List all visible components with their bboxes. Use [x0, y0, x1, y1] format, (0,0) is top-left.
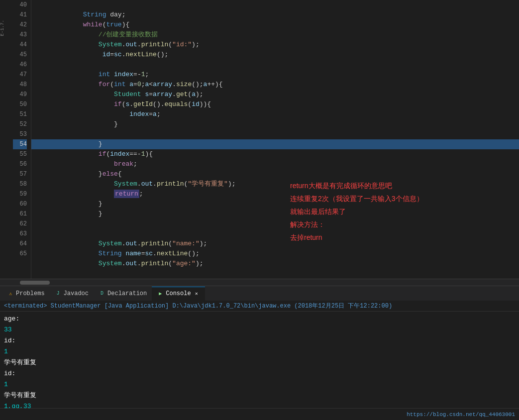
- line-num-59: 59: [13, 189, 27, 199]
- tab-problems[interactable]: ⚠ Problems: [2, 287, 50, 301]
- javadoc-icon: J: [55, 290, 62, 297]
- line-num-42: 42: [13, 20, 27, 30]
- line-num-41: 41: [13, 10, 27, 20]
- bottom-status-bar: https://blog.csdn.net/qq_44063001: [0, 408, 519, 420]
- annotation-line-1: return大概是有完成循环的意思吧: [290, 179, 423, 192]
- bottom-tab-bar: ⚠ Problems J Javadoc D Declaration ▶ Con…: [0, 286, 519, 301]
- code-line-62: [31, 219, 519, 229]
- line-numbers-panel: 40 41 42 43 44 45 46 47 48 49 50 51 52 5…: [9, 0, 31, 279]
- tab-problems-label: Problems: [16, 290, 45, 297]
- tab-javadoc[interactable]: J Javadoc: [50, 287, 94, 301]
- line-num-49: 49: [13, 90, 27, 100]
- console-line-age-label: age:: [4, 314, 515, 324]
- console-line-1: 1: [4, 346, 515, 357]
- problems-icon: ⚠: [7, 290, 14, 297]
- line-num-47: 47: [13, 70, 27, 80]
- line-num-50: 50: [13, 100, 27, 109]
- console-close-icon[interactable]: ✕: [193, 290, 200, 297]
- console-line-result: 1,qq,33: [4, 401, 515, 408]
- annotation-line-4: 解决方法：: [290, 218, 423, 231]
- tab-console-label: Console: [166, 290, 191, 297]
- line-num-55: 55: [13, 149, 27, 159]
- tab-javadoc-label: Javadoc: [64, 290, 89, 297]
- line-num-58: 58: [13, 179, 27, 189]
- line-num-54: 54: [13, 139, 27, 149]
- console-body: age: 33 id: 1 学号有重复 id: 1 学号有重复 1,qq,33: [0, 312, 519, 408]
- version-label: E-1.7.: [0, 20, 9, 36]
- line-num-44: 44: [13, 40, 27, 50]
- console-line-1-2: 1: [4, 379, 515, 390]
- line-num-45: 45: [13, 50, 27, 60]
- code-panel[interactable]: String day; while(true){ //创建变量接收数据 Syst…: [31, 0, 519, 279]
- line-num-61: 61: [13, 209, 27, 219]
- tab-declaration-label: Declaration: [107, 290, 147, 297]
- annotation-overlay: return大概是有完成循环的意思吧 连续重复2次（我设置了一共输入3个信息） …: [290, 179, 423, 244]
- line-num-48: 48: [13, 80, 27, 90]
- tab-declaration[interactable]: D Declaration: [94, 287, 152, 301]
- line-num-43: 43: [13, 30, 27, 40]
- version-gutter: E-1.7.: [0, 0, 9, 279]
- annotation-line-2: 连续重复2次（我设置了一共输入3个信息）: [290, 192, 423, 205]
- code-line-54: if(index==-1){: [31, 139, 519, 149]
- annotation-line-3: 就输出最后结果了: [290, 205, 423, 218]
- line-num-46: 46: [13, 60, 27, 70]
- line-num-60: 60: [13, 199, 27, 209]
- h-scrollbar-thumb[interactable]: [20, 281, 50, 285]
- code-line-46: int index=-1;: [31, 60, 519, 70]
- console-line-33: 33: [4, 324, 515, 335]
- line-num-52: 52: [13, 119, 27, 129]
- line-num-64: 64: [13, 239, 27, 249]
- line-num-51: 51: [13, 109, 27, 119]
- line-num-53: 53: [13, 129, 27, 139]
- code-line-63: System.out.println("name:");: [31, 229, 519, 239]
- line-num-62: 62: [13, 219, 27, 229]
- console-line-id-label-2: id:: [4, 368, 515, 379]
- tab-console[interactable]: ▶ Console ✕: [152, 287, 205, 301]
- console-header-bar: <terminated> StudentManager [Java Applic…: [0, 301, 519, 312]
- line-num-65: 65: [13, 249, 27, 259]
- editor-area: E-1.7. 40 41 42 43 44 45 46 47 48 49 50 …: [0, 0, 519, 279]
- declaration-icon: D: [99, 290, 105, 297]
- line-num-63: 63: [13, 229, 27, 239]
- line-num-40: 40: [13, 0, 27, 10]
- editor-scrollbar[interactable]: [0, 279, 519, 286]
- code-line-61: [31, 209, 519, 219]
- console-line-duplicate-2: 学号有重复: [4, 390, 515, 401]
- line-num-56: 56: [13, 159, 27, 169]
- code-line-40: String day;: [31, 0, 519, 10]
- annotation-line-5: 去掉return: [290, 231, 423, 244]
- code-line-60: }: [31, 199, 519, 209]
- code-line-53: }: [31, 129, 519, 139]
- console-line-duplicate-1: 学号有重复: [4, 357, 515, 368]
- line-num-57: 57: [13, 169, 27, 179]
- console-panel: <terminated> StudentManager [Java Applic…: [0, 301, 519, 408]
- blog-link[interactable]: https://blog.csdn.net/qq_44063001: [407, 412, 515, 418]
- console-status-text: <terminated> StudentManager [Java Applic…: [4, 303, 392, 310]
- editor-container: E-1.7. 40 41 42 43 44 45 46 47 48 49 50 …: [0, 0, 519, 420]
- console-icon: ▶: [157, 290, 164, 297]
- console-line-id-label-1: id:: [4, 335, 515, 346]
